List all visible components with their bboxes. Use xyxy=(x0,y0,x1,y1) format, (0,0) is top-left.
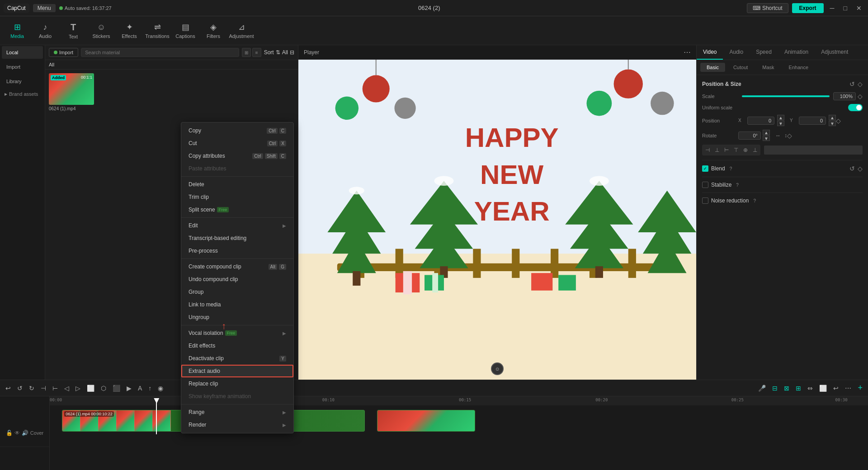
duplicate-button[interactable]: ⬛ xyxy=(111,384,122,393)
ctx-replace-clip[interactable]: Replace clip xyxy=(181,377,293,390)
tl-icon7[interactable]: ⋯ xyxy=(843,384,853,393)
subtab-enhance[interactable]: Enhance xyxy=(783,63,815,72)
export-button[interactable]: Export xyxy=(792,3,824,13)
scale-slider[interactable] xyxy=(742,95,830,97)
subtab-cutout[interactable]: Cutout xyxy=(727,63,754,72)
ctx-render[interactable]: Render ▶ xyxy=(181,418,293,431)
media-thumbnail[interactable]: Added 00:1:1 xyxy=(49,73,94,105)
import-button[interactable]: Import xyxy=(49,48,78,57)
list-view-button[interactable]: ≡ xyxy=(252,48,261,57)
nav-brand-assets[interactable]: ▶ Brand assets xyxy=(0,89,45,99)
align-center-v-button[interactable]: ⊕ xyxy=(741,146,750,154)
tool-effects[interactable]: ✦ Effects xyxy=(116,18,143,43)
menu-button[interactable]: Menu xyxy=(33,4,56,12)
tab-video[interactable]: Video xyxy=(697,45,723,60)
text-btn[interactable]: A xyxy=(136,384,144,393)
rotate-down-button[interactable]: ▼ xyxy=(763,136,770,141)
tab-audio[interactable]: Audio xyxy=(723,45,750,60)
play-timeline-button[interactable]: ▶ xyxy=(125,384,133,393)
tl-icon3[interactable]: ⊞ xyxy=(794,384,803,393)
uniform-scale-toggle[interactable] xyxy=(848,104,863,111)
ctx-cut[interactable]: Cut CtrlX xyxy=(181,137,293,150)
color-btn[interactable]: ◉ xyxy=(156,384,165,393)
tool-captions[interactable]: ▤ Captions xyxy=(172,18,199,43)
blend-reset-button[interactable]: ↺ xyxy=(849,165,855,172)
undo-button[interactable]: ↺ xyxy=(15,384,24,393)
tool-stickers[interactable]: ☺ Stickers xyxy=(88,18,115,43)
position-y-input[interactable] xyxy=(799,117,826,125)
playback-indicator[interactable]: ⊙ xyxy=(491,362,504,375)
noise-reduction-help[interactable]: ? xyxy=(753,198,756,203)
trim-end-button[interactable]: ▷ xyxy=(74,384,82,393)
ctx-deactivate-clip[interactable]: Deactivate clip Y xyxy=(181,352,293,365)
tl-icon6[interactable]: ↩ xyxy=(831,384,840,393)
add-track-button[interactable]: + xyxy=(856,382,864,394)
video-clip-secondary[interactable] xyxy=(377,410,475,432)
tool-text[interactable]: T Text xyxy=(60,18,87,43)
x-up-button[interactable]: ▲ xyxy=(777,115,784,120)
ctx-link-media[interactable]: Link to media xyxy=(181,298,293,311)
align-bottom-button[interactable]: ⊥ xyxy=(751,146,759,154)
player-video[interactable]: HAPPY NEW YEAR ⊙ xyxy=(298,60,696,380)
minimize-button[interactable]: ─ xyxy=(827,5,837,12)
tl-icon5[interactable]: ⬜ xyxy=(817,384,829,393)
playhead[interactable] xyxy=(156,398,157,434)
tab-adjustment[interactable]: Adjustment xyxy=(815,45,854,60)
nav-local[interactable]: Local xyxy=(2,46,43,59)
align-top-button[interactable]: ⊤ xyxy=(732,146,740,154)
all-filter[interactable]: All xyxy=(282,49,288,56)
align-right-button[interactable]: ⊢ xyxy=(722,146,731,154)
ctx-copy-attributes[interactable]: Copy attributes CtrlShiftC xyxy=(181,150,293,162)
ctx-transcript-editing[interactable]: Transcript-based editing xyxy=(181,232,293,244)
ctx-group[interactable]: Group xyxy=(181,286,293,298)
redo-button[interactable]: ↻ xyxy=(27,384,36,393)
subtab-mask[interactable]: Mask xyxy=(756,63,780,72)
ctx-edit-effects[interactable]: Edit effects xyxy=(181,339,293,352)
align-center-h-button[interactable]: ⊥ xyxy=(713,146,721,154)
media-item[interactable]: Added 00:1:1 0624 (1).mp4 xyxy=(49,73,94,111)
tl-icon1[interactable]: ⊟ xyxy=(770,384,779,393)
position-keyframe-button[interactable]: ◇ xyxy=(836,117,841,124)
ctx-trim-clip[interactable]: Trim clip xyxy=(181,191,293,203)
tab-animation[interactable]: Animation xyxy=(778,45,815,60)
ctx-pre-process[interactable]: Pre-process xyxy=(181,244,293,257)
align-left-button[interactable]: ⊣ xyxy=(703,146,712,154)
tl-icon4[interactable]: ⇔ xyxy=(806,384,815,393)
split-btn2[interactable]: ⊢ xyxy=(51,384,60,393)
tool-filters[interactable]: ◈ Filters xyxy=(200,18,227,43)
noise-reduction-checkbox[interactable] xyxy=(702,197,708,204)
ctx-edit[interactable]: Edit ▶ xyxy=(181,219,293,232)
ctx-undo-compound[interactable]: Undo compound clip xyxy=(181,273,293,286)
stabilize-checkbox[interactable] xyxy=(702,182,708,188)
ctx-split-scene[interactable]: Split scene Free xyxy=(181,203,293,216)
subtab-basic[interactable]: Basic xyxy=(700,63,725,72)
tool-audio[interactable]: ♪ Audio xyxy=(32,18,59,43)
nav-library[interactable]: Library xyxy=(2,75,43,88)
grid-view-button[interactable]: ⊞ xyxy=(242,48,251,57)
y-up-button[interactable]: ▲ xyxy=(829,115,836,120)
sort-icon[interactable]: ⇅ xyxy=(276,49,280,56)
ctx-ungroup[interactable]: Ungroup xyxy=(181,311,293,324)
search-input[interactable] xyxy=(81,48,239,57)
x-down-button[interactable]: ▼ xyxy=(777,121,784,126)
rotate-up-button[interactable]: ▲ xyxy=(763,130,770,135)
scale-input[interactable] xyxy=(833,92,856,100)
position-x-input[interactable] xyxy=(747,117,774,125)
player-menu-button[interactable]: ⋯ xyxy=(684,48,691,56)
tool-transitions[interactable]: ⇌ Transitions xyxy=(144,18,171,43)
ctx-extract-audio[interactable]: Extract audio xyxy=(181,365,293,377)
crop-button[interactable]: ⬡ xyxy=(99,384,108,393)
scale-keyframe-button[interactable]: ◇ xyxy=(858,93,863,100)
shortcut-button[interactable]: ⌨ Shortcut xyxy=(747,3,788,13)
ctx-vocal-isolation[interactable]: Vocal isolation Free ▶ xyxy=(181,327,293,339)
delete-segment-button[interactable]: ⬜ xyxy=(85,384,96,393)
track-audio-button[interactable]: 🔊 xyxy=(22,430,28,436)
ctx-range[interactable]: Range ▶ xyxy=(181,406,293,418)
filter-icon[interactable]: ⊟ xyxy=(290,49,294,56)
mic-button[interactable]: 🎤 xyxy=(756,384,768,393)
tool-adjustment[interactable]: ⊿ Adjustment xyxy=(228,18,255,43)
reset-position-button[interactable]: ↺ xyxy=(849,80,855,88)
maximize-button[interactable]: □ xyxy=(841,5,850,12)
tool-media[interactable]: ⊞ Media xyxy=(4,18,31,43)
app-logo[interactable]: CapCut xyxy=(4,4,29,13)
